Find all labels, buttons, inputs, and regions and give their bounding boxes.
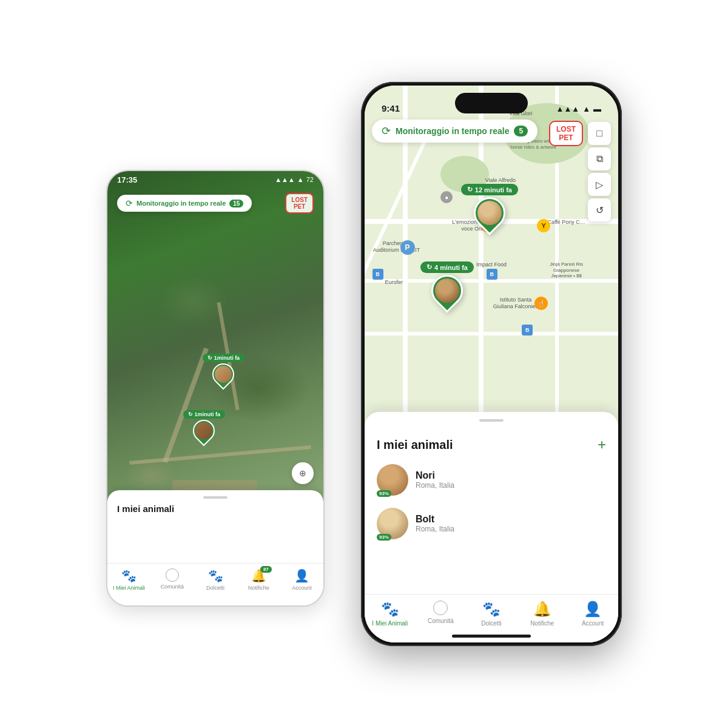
pet-marker-left-2[interactable]: ↻ 1minuti fa <box>183 410 226 442</box>
add-animal-btn[interactable]: + <box>598 436 606 453</box>
lost-pet-btn-right[interactable]: LOST PET <box>549 121 583 146</box>
animal-avatar-wrap-nori: 93% <box>377 464 408 496</box>
tab-animals-right[interactable]: 🐾 I Miei Animali <box>365 601 416 627</box>
map-big: Villa Glori Grassy oasis with horse ride… <box>365 86 618 437</box>
poi-food-3: 🍴 <box>534 297 548 310</box>
animal-name-nori: Nori <box>416 470 606 481</box>
animal-info-nori: Nori Roma, Italia <box>416 470 606 490</box>
map-label-jinja: Jinjá Parioli Ris Giapponese Japanese • … <box>542 261 591 279</box>
animal-location-nori: Roma, Italia <box>416 481 606 490</box>
notif-badge-left: 87 <box>260 566 272 573</box>
tab-icon-account-left: 👤 <box>294 568 309 583</box>
pet-text-right: PET <box>556 133 576 142</box>
drag-handle-left[interactable] <box>203 496 228 499</box>
my-animals-title-left: I miei animali <box>107 504 323 514</box>
tab-community-left[interactable]: Comunità <box>150 568 194 590</box>
tab-label-account-right: Account <box>582 620 604 627</box>
tab-icon-community-left <box>166 568 179 582</box>
monitoring-count-right: 5 <box>514 126 528 136</box>
tab-community-right[interactable]: Comunità <box>416 601 467 624</box>
battery-icon-right: ▬ <box>593 104 601 113</box>
tab-label-animals-left: I Miei Animali <box>113 585 145 591</box>
tab-label-account-left: Account <box>292 585 312 591</box>
tab-icon-animals-right: 🐾 <box>381 601 399 618</box>
tab-account-left[interactable]: 👤 Account <box>280 568 323 591</box>
pet-marker-right-2[interactable]: ↻ 4 minuti fa <box>420 261 474 306</box>
poi-gray: ● <box>440 191 453 203</box>
tab-label-notif-right: Notifiche <box>530 620 554 627</box>
tab-label-community-right: Comunità <box>428 618 454 624</box>
animals-header-right: I miei animali + <box>365 426 618 458</box>
tab-label-community-left: Comunità <box>161 584 184 590</box>
bottom-sheet-right: I miei animali + 93% Nori Roma, Italia <box>365 412 618 642</box>
status-icons-left: ▲▲▲ ▲ 72 <box>275 176 314 183</box>
map-label-impact: Impact Food <box>476 261 507 268</box>
pet-marker-left-1[interactable]: ↻ 1minuti fa <box>203 354 245 385</box>
tab-label-notif-left: Notifiche <box>248 585 269 591</box>
poi-food-2: Y <box>537 219 550 232</box>
time-badge-left-2: ↻ 1minuti fa <box>183 410 226 419</box>
phone-right: Villa Glori Grassy oasis with horse ride… <box>361 82 622 646</box>
animal-name-bolt: Bolt <box>416 514 606 525</box>
tab-icon-notif-right: 🔔 <box>533 601 551 618</box>
map-label-eurofer: Eurofer <box>385 279 403 286</box>
map-ctrl-layers[interactable]: ⧉ <box>588 147 611 170</box>
bus-marker-2: B <box>487 269 497 280</box>
pin-circle-left-2 <box>189 415 220 446</box>
status-icons-right: ▲▲▲ ▲ ▬ <box>556 104 601 113</box>
tab-account-right[interactable]: 👤 Account <box>567 601 618 627</box>
pet-avatar-right-2 <box>435 278 459 303</box>
tab-treats-right[interactable]: 🐾 Dolcetti <box>466 601 517 627</box>
phone-big-inner: Villa Glori Grassy oasis with horse ride… <box>365 86 618 642</box>
wifi-icon: ▲ <box>297 176 304 183</box>
signal-icon-right: ▲▲▲ <box>556 104 580 113</box>
pet-avatar-right-1 <box>477 201 502 225</box>
tab-treats-left[interactable]: 🐾 Dolcetti <box>194 568 237 591</box>
map-controls: □ ⧉ ▷ ↺ <box>588 122 611 221</box>
battery-badge-nori: 93% <box>377 490 391 497</box>
pin-body-right-2 <box>425 268 470 313</box>
lost-pet-btn-left[interactable]: LOST PET <box>285 193 314 214</box>
animals-title-right: I miei animali <box>377 438 453 452</box>
map-ctrl-square[interactable]: □ <box>588 122 611 145</box>
map-ctrl-refresh[interactable]: ↺ <box>588 198 611 221</box>
signal-icon: ▲▲▲ <box>275 176 295 183</box>
monitoring-text-left: Monitoraggio in tempo reale <box>136 200 226 207</box>
map-ctrl-navigate[interactable]: ▷ <box>588 173 611 196</box>
wifi-icon-right: ▲ <box>582 104 590 113</box>
tab-my-animals-left[interactable]: 🐾 I Miei Animali <box>107 568 150 591</box>
animal-item-bolt[interactable]: 93% Bolt Roma, Italia <box>365 502 618 545</box>
battery-badge-bolt: 93% <box>377 534 391 541</box>
time-badge-right-1: ↻ 12 minuti fa <box>461 184 518 195</box>
bus-marker-1: B <box>372 269 383 280</box>
parking-marker: P <box>400 240 415 255</box>
time-badge-right-2: ↻ 4 minuti fa <box>420 261 474 273</box>
pet-marker-right-1[interactable]: ↻ 12 minuti fa <box>461 184 518 229</box>
scan-icon-left: ⟳ <box>126 198 133 208</box>
tab-icon-treats-right: 🐾 <box>482 601 500 618</box>
pin-circle-left-1 <box>208 359 239 389</box>
home-indicator <box>452 635 531 638</box>
monitoring-pill-right[interactable]: ⟳ Monitoraggio in tempo reale 5 <box>372 120 538 143</box>
monitoring-text-right: Monitoraggio in tempo reale <box>396 126 509 136</box>
scan-icon-right: ⟳ <box>382 124 391 138</box>
bus-marker-3: B <box>522 325 533 335</box>
drag-handle-right[interactable] <box>479 419 504 422</box>
location-btn-left[interactable]: ⊕ <box>292 462 314 484</box>
bottom-panel-left: I miei animali 🐾 I Miei Animali Comunità… <box>107 490 323 605</box>
pet-text-left: PET <box>291 203 308 210</box>
monitoring-count-left: 15 <box>229 200 243 207</box>
status-bar-left: 17:35 ▲▲▲ ▲ 72 <box>107 171 323 188</box>
animal-avatar-wrap-bolt: 93% <box>377 508 408 539</box>
tab-notifications-left[interactable]: 🔔 87 Notifiche <box>237 568 280 591</box>
tab-label-treats-left: Dolcetti <box>206 585 224 591</box>
time-badge-left-1: ↻ 1minuti fa <box>203 354 245 362</box>
status-time-left: 17:35 <box>117 175 137 184</box>
tab-label-treats-right: Dolcetti <box>481 620 501 627</box>
animal-item-nori[interactable]: 93% Nori Roma, Italia <box>365 458 618 502</box>
dynamic-island <box>455 93 528 113</box>
monitoring-pill-left[interactable]: ⟳ Monitoraggio in tempo reale 15 <box>117 195 252 212</box>
map-label-istituto: Istituto Santa Giuliana Falconieri <box>491 297 540 310</box>
lost-text-left: LOST <box>291 197 308 203</box>
tab-notifications-right[interactable]: 🔔 Notifiche <box>517 601 568 627</box>
